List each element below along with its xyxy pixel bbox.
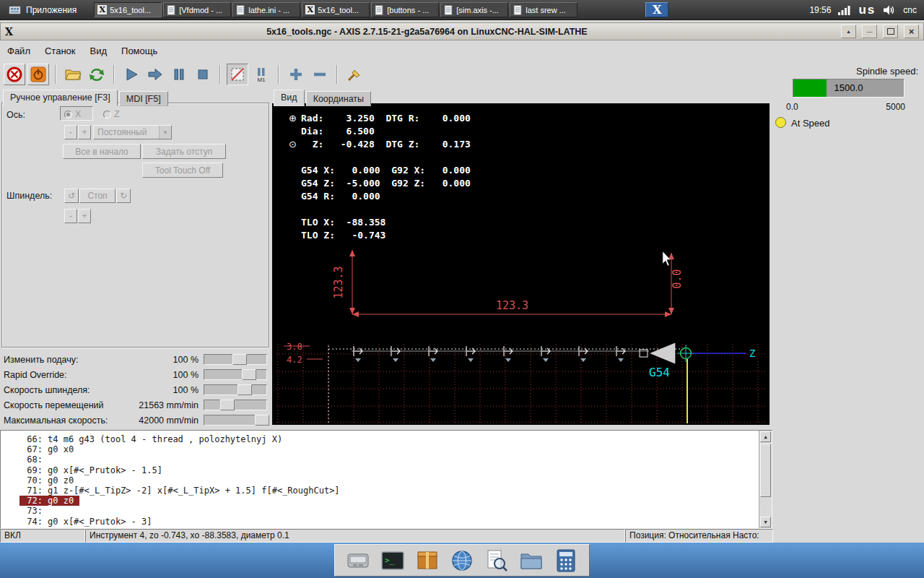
gcode-line-active[interactable]: 72:g0 z0 xyxy=(19,496,79,506)
applications-menu[interactable]: Приложения xyxy=(0,0,85,20)
terminal-launcher[interactable]: >_ xyxy=(380,548,405,573)
slider-trough[interactable] xyxy=(204,369,267,380)
slider-handle[interactable] xyxy=(237,384,252,395)
run-program-button[interactable] xyxy=(121,64,142,85)
shade-button[interactable]: ▲ xyxy=(841,25,856,38)
gcode-line[interactable]: 71:g1 z-[#<_L_TipZ> -2] x[#<_L_TipX> + 1… xyxy=(19,486,346,496)
toggle-skip-lines-button[interactable] xyxy=(227,64,248,85)
tab-preview[interactable]: Вид xyxy=(274,90,305,106)
step-button[interactable] xyxy=(144,64,166,85)
radio-dot-icon xyxy=(103,111,111,118)
tab-dro[interactable]: Координаты xyxy=(306,91,371,106)
terminal-prompt: >_ xyxy=(385,556,395,565)
document-icon xyxy=(167,5,176,15)
pause-button[interactable] xyxy=(168,64,190,85)
spindle-slower-button[interactable]: - xyxy=(64,209,77,223)
toolbar-separator xyxy=(219,65,221,84)
scroll-up-button[interactable]: ▲ xyxy=(760,431,771,442)
taskbar-window-button[interactable]: X 5x16_tool... xyxy=(302,2,370,17)
window-titlebar[interactable]: X 5x16_tools.ngc - AXIS 2.7.15-21-g2a5a7… xyxy=(0,22,924,40)
stock-outline xyxy=(328,345,684,423)
spindle-override-label: Скорость шпинделя: xyxy=(4,385,173,395)
taskbar-focused-x-button[interactable]: X xyxy=(645,2,668,17)
volume-icon[interactable] xyxy=(883,4,896,16)
stop-button[interactable] xyxy=(192,64,214,85)
keyboard-layout-indicator[interactable]: us xyxy=(858,3,876,17)
preview-canvas[interactable]: 123.3 123.3 0.0 3.8 4.2 Z G54 xyxy=(272,103,770,425)
menu-file[interactable]: Файл xyxy=(0,43,38,59)
maximize-button[interactable] xyxy=(883,25,898,38)
spindle-ccw-button[interactable]: ↺ xyxy=(64,189,79,203)
scroll-down-button[interactable]: ▼ xyxy=(760,517,771,527)
system-tray: 19:56 us cnc xyxy=(809,3,924,17)
gcode-listing[interactable]: 66:t4 m6 g43 (tool 4 - thread , polozhyt… xyxy=(0,430,772,529)
gcode-line[interactable]: 66:t4 m6 g43 (tool 4 - thread , polozhyt… xyxy=(19,434,288,444)
taskbar-window-button[interactable]: [sim.axis -... xyxy=(440,2,508,17)
line-text: g0 x[#<_Prutok> - 1.5] xyxy=(48,465,162,475)
slider-handle[interactable] xyxy=(242,369,256,380)
zoom-in-button[interactable] xyxy=(285,64,307,85)
taskbar-window-button[interactable]: [buttons - ... xyxy=(371,2,439,17)
jog-increment-combobox[interactable]: Постоянный ▾ xyxy=(93,125,172,139)
package-manager-launcher[interactable] xyxy=(415,548,440,573)
menu-help[interactable]: Помощь xyxy=(114,43,165,59)
slider-handle[interactable] xyxy=(232,354,247,365)
code-scrollbar[interactable]: ▲ ▼ xyxy=(759,431,772,528)
taskbar-window-button[interactable]: [Vfdmod - ... xyxy=(163,2,231,17)
jog-speed-slider[interactable] xyxy=(204,399,267,411)
menu-machine[interactable]: Станок xyxy=(38,43,83,59)
zoom-out-button[interactable] xyxy=(309,64,331,85)
search-tool-launcher[interactable] xyxy=(484,548,509,573)
taskbar-window-button[interactable]: X 5x16_tool... xyxy=(94,2,162,17)
gcode-line[interactable]: 70:g0 z0 xyxy=(19,475,79,486)
file-manager-launcher[interactable] xyxy=(519,548,544,573)
web-browser-launcher[interactable] xyxy=(450,548,474,573)
jog-plus-button[interactable]: + xyxy=(78,125,91,139)
network-signal-icon xyxy=(838,5,851,15)
machine-power-button[interactable] xyxy=(27,64,49,85)
touchpad-launcher[interactable] xyxy=(346,548,370,573)
jog-minus-button[interactable]: - xyxy=(64,125,77,139)
axis-x-radio[interactable]: X xyxy=(64,109,81,119)
set-offset-button[interactable]: Задать отступ xyxy=(142,144,226,159)
tab-mdi[interactable]: MDI [F5] xyxy=(119,91,168,106)
slider-trough[interactable] xyxy=(204,400,267,410)
gcode-line[interactable]: 68: xyxy=(19,454,53,465)
clear-plot-button[interactable] xyxy=(344,64,365,85)
slider-handle[interactable] xyxy=(255,415,269,426)
spindle-stop-button[interactable]: Стоп xyxy=(79,189,116,203)
gcode-line[interactable]: 74:g0 x[#<_Prutok> - 3] xyxy=(19,517,158,527)
spindle-cw-button[interactable]: ↻ xyxy=(116,189,131,203)
dim-small-a-label: 3.8 xyxy=(287,342,302,352)
dim-length-label: 123.3 xyxy=(496,299,528,312)
slider-trough[interactable] xyxy=(204,384,267,395)
gcode-line[interactable]: 73: xyxy=(19,506,53,516)
menu-view[interactable]: Вид xyxy=(83,43,115,59)
line-number: 67: xyxy=(19,444,43,454)
jog-speed-value: 21563 mm/min xyxy=(139,400,199,410)
taskbar-window-list: X 5x16_tool... [Vfdmod - ... lathe.ini -… xyxy=(94,2,668,17)
tab-manual-control[interactable]: Ручное управление [F3] xyxy=(3,90,118,106)
minimize-button[interactable]: — xyxy=(862,25,877,38)
taskbar-window-button[interactable]: last srew ... xyxy=(510,2,578,17)
close-button[interactable]: × xyxy=(904,25,919,38)
tool-touch-off-button[interactable]: Tool Touch Off xyxy=(142,163,223,178)
axis-z-radio[interactable]: Z xyxy=(103,109,120,119)
spindle-override-slider[interactable] xyxy=(204,384,267,396)
home-all-button[interactable]: Все в начало xyxy=(63,144,141,159)
gcode-line[interactable]: 69:g0 x[#<_Prutok> - 1.5] xyxy=(19,465,168,475)
max-velocity-slider[interactable] xyxy=(204,414,267,426)
estop-button[interactable] xyxy=(4,64,25,85)
spindle-faster-button[interactable]: + xyxy=(78,209,91,223)
gcode-line[interactable]: 67:g0 x0 xyxy=(19,444,79,454)
rapid-override-slider[interactable] xyxy=(204,368,267,381)
calculator-launcher[interactable] xyxy=(554,548,578,573)
slider-handle[interactable] xyxy=(220,400,235,410)
reload-file-button[interactable] xyxy=(86,64,108,85)
taskbar-window-button[interactable]: lathe.ini - ... xyxy=(232,2,300,17)
open-file-button[interactable] xyxy=(62,64,84,85)
toggle-optional-pause-button[interactable]: M1 xyxy=(250,64,272,85)
toolbar-separator xyxy=(113,65,115,84)
feed-override-slider[interactable] xyxy=(204,353,267,366)
scrollbar-thumb[interactable] xyxy=(760,444,771,497)
